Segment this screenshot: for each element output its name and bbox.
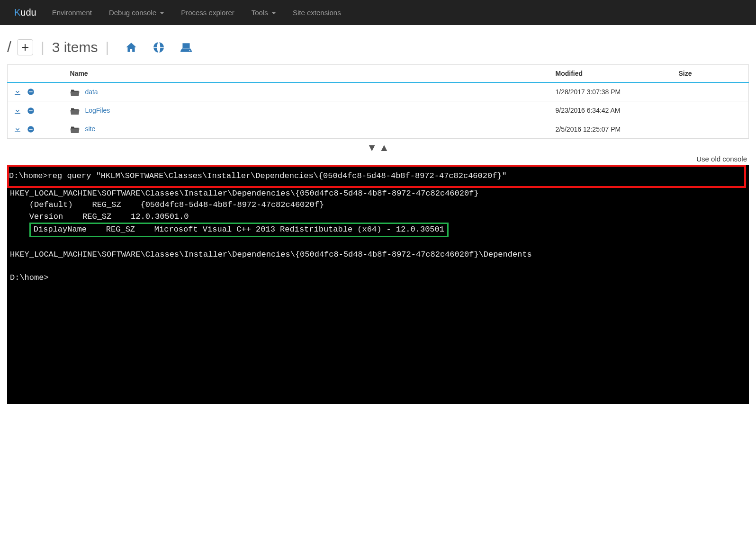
size-cell [673,82,749,101]
console-output: HKEY_LOCAL_MACHINE\SOFTWARE\Classes\Inst… [10,188,746,284]
console[interactable]: D:\home>reg query "HKLM\SOFTWARE\Classes… [7,165,749,404]
nav-environment[interactable]: Environment [44,1,100,24]
table-row: site 2/5/2016 12:25:07 PM [8,120,749,138]
nav-tools[interactable]: Tools [243,1,284,24]
nav-process-explorer[interactable]: Process explorer [172,1,243,24]
use-old-console-link[interactable]: Use old console [696,155,747,163]
console-prompt[interactable]: D:\home> [10,273,49,282]
plus-icon [22,44,28,51]
svg-rect-5 [29,110,33,111]
table-row: data 1/28/2017 3:07:38 PM [8,82,749,101]
download-icon[interactable] [13,106,22,114]
svg-rect-3 [29,92,33,93]
path-root[interactable]: / [7,38,11,56]
add-button[interactable] [17,39,33,55]
nav-site-extensions[interactable]: Site extensions [284,1,350,24]
col-size-header[interactable]: Size [673,65,749,83]
nav-debug-console[interactable]: Debug console [100,1,172,24]
disk-icon[interactable] [180,41,192,54]
delete-icon[interactable] [27,106,35,114]
folder-link[interactable]: site [85,125,95,133]
divider: | [105,39,109,55]
chevron-down-icon[interactable]: ▼ [367,142,377,153]
col-modified-header[interactable]: Modified [550,65,673,83]
chevron-down-icon [272,12,276,14]
svg-point-1 [189,50,190,51]
command-highlight: D:\home>reg query "HKLM\SOFTWARE\Classes… [7,165,746,188]
download-icon[interactable] [13,88,22,95]
splitter: ▼▲ [7,139,749,155]
folder-icon [70,88,80,96]
nav-list: Environment Debug console Process explor… [44,1,350,24]
svg-rect-7 [29,129,33,130]
brand-link[interactable]: Kudu [7,0,44,25]
file-table: Name Modified Size data 1/28/2017 3:07:3… [7,64,749,139]
chevron-up-icon[interactable]: ▲ [379,142,389,153]
delete-icon[interactable] [27,88,35,95]
globe-icon[interactable] [153,41,165,54]
modified-cell: 9/23/2016 6:34:42 AM [550,101,673,120]
items-count: 3 items [52,39,98,55]
displayname-highlight: DisplayName REG_SZ Microsoft Visual C++ … [29,223,449,237]
modified-cell: 1/28/2017 3:07:38 PM [550,82,673,101]
command-line: D:\home>reg query "HKLM\SOFTWARE\Classes… [9,170,744,182]
folder-link[interactable]: LogFiles [85,107,110,114]
delete-icon[interactable] [27,125,35,133]
folder-icon [70,125,80,133]
col-actions-header [8,65,64,83]
home-icon[interactable] [125,41,137,54]
divider: | [41,39,45,55]
navbar: Kudu Environment Debug console Process e… [0,0,756,25]
folder-icon [70,107,80,114]
modified-cell: 2/5/2016 12:25:07 PM [550,120,673,138]
size-cell [673,120,749,138]
breadcrumb-bar: / | 3 items | [7,25,749,64]
size-cell [673,101,749,120]
col-name-header[interactable]: Name [64,65,550,83]
chevron-down-icon [160,12,164,14]
download-icon[interactable] [13,125,22,133]
folder-link[interactable]: data [85,88,98,96]
table-row: LogFiles 9/23/2016 6:34:42 AM [8,101,749,120]
